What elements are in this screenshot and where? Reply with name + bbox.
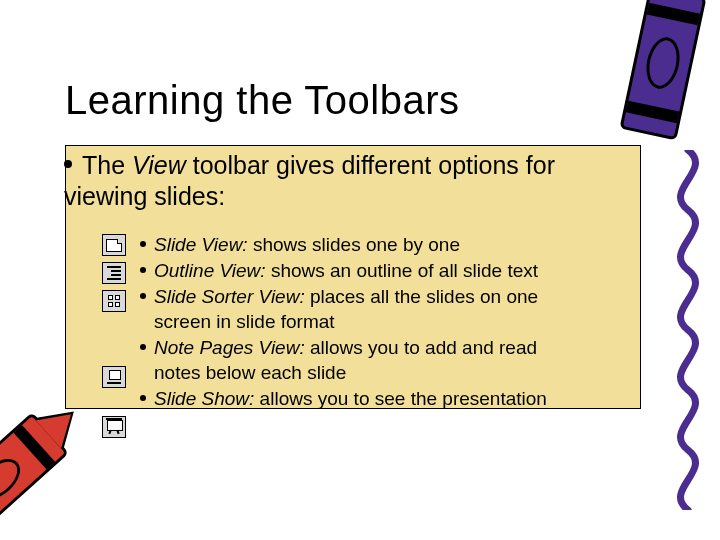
slide-title: Learning the Toolbars xyxy=(65,78,459,123)
purple-spiral-decor xyxy=(662,150,714,510)
item-rest: allows you to add and read xyxy=(305,337,537,358)
crayon-red-decor xyxy=(0,412,69,540)
intro-pre: The xyxy=(82,151,132,179)
item-em: Slide View: xyxy=(154,234,248,255)
item-rest: shows slides one by one xyxy=(248,234,460,255)
slide-show-icon xyxy=(102,416,126,438)
list-item: Slide Sorter View: places all the slides… xyxy=(140,284,650,334)
intro-line: The View toolbar gives different options… xyxy=(64,150,644,211)
item-em: Slide Sorter View: xyxy=(154,286,305,307)
list-item: Slide Show: allows you to see the presen… xyxy=(140,386,650,411)
item-cont: notes below each slide xyxy=(154,360,650,385)
list-item: Note Pages View: allows you to add and r… xyxy=(140,335,650,385)
note-pages-view-icon xyxy=(102,366,126,388)
item-cont: screen in slide format xyxy=(154,309,650,334)
crayon-purple-decor xyxy=(619,0,706,140)
bullet-icon xyxy=(140,344,146,350)
slide-sorter-view-icon xyxy=(102,290,126,312)
view-toolbar-icons xyxy=(102,234,126,438)
outline-view-icon xyxy=(102,262,126,284)
bullet-icon xyxy=(140,267,146,273)
item-em: Outline View: xyxy=(154,260,266,281)
sub-bullets: Slide View: shows slides one by one Outl… xyxy=(140,232,650,413)
item-rest: allows you to see the presentation xyxy=(254,388,547,409)
bullet-icon xyxy=(140,293,146,299)
intro-em: View xyxy=(132,151,186,179)
bullet-icon xyxy=(140,241,146,247)
list-item: Slide View: shows slides one by one xyxy=(140,232,650,257)
slide-view-icon xyxy=(102,234,126,256)
list-item: Outline View: shows an outline of all sl… xyxy=(140,258,650,283)
item-em: Note Pages View: xyxy=(154,337,305,358)
bullet-icon xyxy=(140,395,146,401)
item-rest: shows an outline of all slide text xyxy=(266,260,539,281)
bullet-icon xyxy=(64,160,72,168)
item-rest: places all the slides on one xyxy=(305,286,538,307)
item-em: Slide Show: xyxy=(154,388,254,409)
